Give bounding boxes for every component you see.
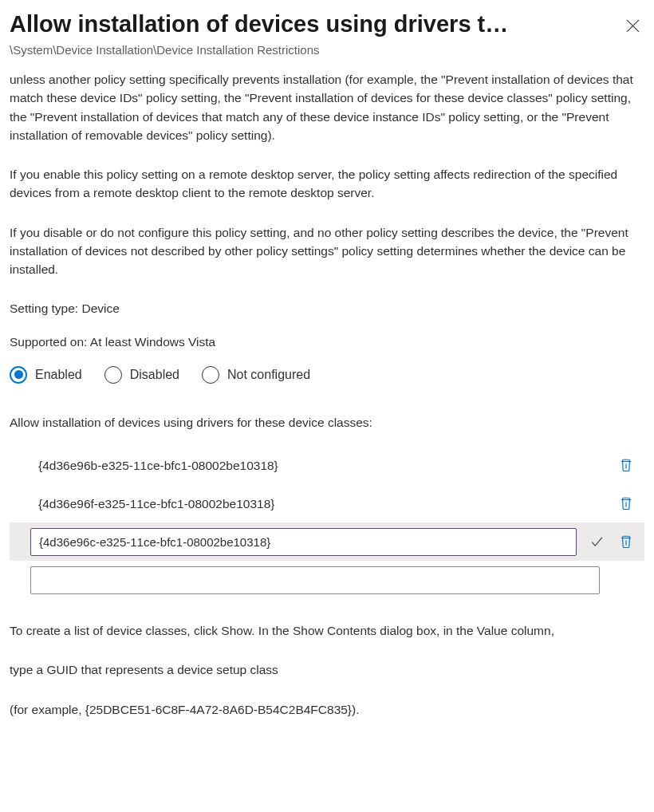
radio-icon: [10, 366, 27, 384]
description-paragraph: If you disable or do not configure this …: [10, 223, 644, 279]
radio-label: Not configured: [227, 365, 310, 384]
trash-icon: [619, 458, 633, 472]
description-paragraph: unless another policy setting specifical…: [10, 70, 644, 144]
delete-item-button[interactable]: [614, 453, 638, 477]
list-label: Allow installation of devices using driv…: [10, 413, 644, 432]
close-button[interactable]: [621, 14, 644, 37]
radio-icon: [202, 366, 219, 384]
description-paragraph: If you enable this policy setting on a r…: [10, 165, 644, 203]
new-item-input[interactable]: [30, 566, 600, 594]
list-item-new: [10, 561, 644, 599]
delete-item-button[interactable]: [614, 530, 638, 554]
footer-paragraph: To create a list of device classes, clic…: [10, 621, 644, 640]
breadcrumb: \System\Device Installation\Device Insta…: [10, 41, 644, 60]
list-item-editing: [10, 522, 644, 561]
list-item: {4d36e96b-e325-11ce-bfc1-08002be10318}: [10, 446, 644, 484]
footer-paragraph: type a GUID that represents a device set…: [10, 660, 644, 679]
list-item-text: {4d36e96b-e325-11ce-bfc1-08002be10318}: [38, 456, 614, 475]
trash-icon: [619, 534, 633, 549]
supported-on-label: Supported on: At least Windows Vista: [10, 333, 644, 351]
radio-enabled[interactable]: Enabled: [10, 365, 82, 384]
radio-not-configured[interactable]: Not configured: [202, 365, 310, 384]
check-icon: [589, 534, 605, 550]
footer-paragraph: (for example, {25DBCE51-6C8F-4A72-8A6D-B…: [10, 700, 644, 719]
page-title: Allow installation of devices using driv…: [10, 10, 621, 40]
close-icon: [626, 19, 640, 33]
list-item: {4d36e96f-e325-11ce-bfc1-08002be10318}: [10, 484, 644, 522]
setting-type-label: Setting type: Device: [10, 299, 644, 317]
trash-icon: [619, 496, 633, 510]
delete-item-button[interactable]: [614, 491, 638, 515]
radio-icon: [104, 366, 122, 384]
list-item-text: {4d36e96f-e325-11ce-bfc1-08002be10318}: [38, 495, 614, 513]
radio-disabled[interactable]: Disabled: [104, 365, 179, 384]
edit-item-input[interactable]: [30, 528, 577, 556]
confirm-edit-button[interactable]: [585, 530, 609, 554]
radio-label: Enabled: [35, 365, 82, 384]
radio-label: Disabled: [130, 365, 179, 384]
